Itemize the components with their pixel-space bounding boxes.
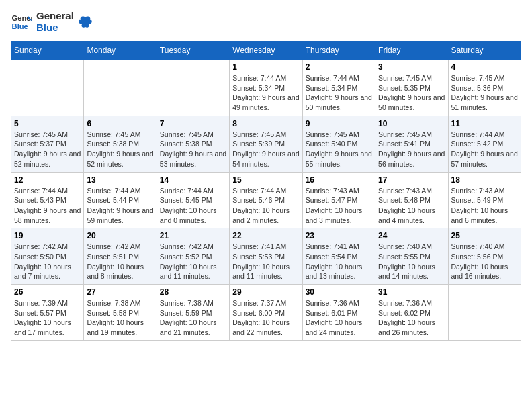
weekday-header-wednesday: Wednesday <box>230 42 302 60</box>
weekday-header-sunday: Sunday <box>11 42 84 60</box>
day-number: 23 <box>306 231 372 240</box>
day-number: 26 <box>14 287 81 297</box>
day-number: 4 <box>451 62 518 72</box>
day-info: Sunrise: 7:41 AM Sunset: 5:54 PM Dayligh… <box>306 242 372 281</box>
day-info: Sunrise: 7:44 AM Sunset: 5:34 PM Dayligh… <box>232 73 299 113</box>
day-number: 6 <box>87 119 153 128</box>
calendar-cell: 23Sunrise: 7:41 AM Sunset: 5:54 PM Dayli… <box>302 228 375 285</box>
day-number: 9 <box>306 119 372 128</box>
calendar-cell: 16Sunrise: 7:43 AM Sunset: 5:47 PM Dayli… <box>302 172 375 228</box>
day-number: 7 <box>160 119 226 128</box>
day-info: Sunrise: 7:38 AM Sunset: 5:59 PM Dayligh… <box>160 298 226 338</box>
logo: General Blue General Blue <box>11 11 93 33</box>
calendar-cell: 10Sunrise: 7:45 AM Sunset: 5:41 PM Dayli… <box>375 116 448 172</box>
calendar-week-row: 26Sunrise: 7:39 AM Sunset: 5:57 PM Dayli… <box>11 285 521 341</box>
day-info: Sunrise: 7:39 AM Sunset: 5:57 PM Dayligh… <box>14 298 81 338</box>
calendar-cell: 6Sunrise: 7:45 AM Sunset: 5:38 PM Daylig… <box>84 116 157 172</box>
day-number: 13 <box>87 175 153 185</box>
logo-general: General <box>36 11 74 22</box>
calendar-cell: 15Sunrise: 7:44 AM Sunset: 5:46 PM Dayli… <box>230 172 302 228</box>
calendar-table: SundayMondayTuesdayWednesdayThursdayFrid… <box>11 41 521 341</box>
calendar-cell: 12Sunrise: 7:44 AM Sunset: 5:43 PM Dayli… <box>11 172 84 228</box>
weekday-header-thursday: Thursday <box>302 42 375 60</box>
calendar-week-row: 12Sunrise: 7:44 AM Sunset: 5:43 PM Dayli… <box>11 172 521 228</box>
day-number: 30 <box>306 287 372 297</box>
day-info: Sunrise: 7:42 AM Sunset: 5:50 PM Dayligh… <box>14 242 81 281</box>
day-number: 21 <box>160 231 226 240</box>
calendar-cell: 30Sunrise: 7:36 AM Sunset: 6:01 PM Dayli… <box>302 285 375 341</box>
day-info: Sunrise: 7:45 AM Sunset: 5:41 PM Dayligh… <box>378 130 445 169</box>
calendar-cell: 18Sunrise: 7:43 AM Sunset: 5:49 PM Dayli… <box>448 172 521 228</box>
day-number: 12 <box>14 175 81 185</box>
day-info: Sunrise: 7:44 AM Sunset: 5:45 PM Dayligh… <box>160 186 226 226</box>
day-info: Sunrise: 7:42 AM Sunset: 5:51 PM Dayligh… <box>87 242 153 281</box>
day-info: Sunrise: 7:44 AM Sunset: 5:43 PM Dayligh… <box>14 186 81 226</box>
day-number: 29 <box>232 287 299 297</box>
day-info: Sunrise: 7:43 AM Sunset: 5:47 PM Dayligh… <box>306 186 372 226</box>
day-info: Sunrise: 7:45 AM Sunset: 5:38 PM Dayligh… <box>87 130 153 169</box>
day-number: 10 <box>378 119 445 128</box>
day-info: Sunrise: 7:40 AM Sunset: 5:56 PM Dayligh… <box>451 242 518 281</box>
day-number: 24 <box>378 231 445 240</box>
page-header: General Blue General Blue <box>11 11 521 33</box>
calendar-cell: 26Sunrise: 7:39 AM Sunset: 5:57 PM Dayli… <box>11 285 84 341</box>
day-info: Sunrise: 7:45 AM Sunset: 5:37 PM Dayligh… <box>14 130 81 169</box>
calendar-cell <box>157 60 229 116</box>
calendar-cell: 14Sunrise: 7:44 AM Sunset: 5:45 PM Dayli… <box>157 172 229 228</box>
day-number: 22 <box>232 231 299 240</box>
calendar-week-row: 1Sunrise: 7:44 AM Sunset: 5:34 PM Daylig… <box>11 60 521 116</box>
calendar-cell: 19Sunrise: 7:42 AM Sunset: 5:50 PM Dayli… <box>11 228 84 285</box>
logo-blue: Blue <box>36 22 74 34</box>
calendar-cell: 2Sunrise: 7:44 AM Sunset: 5:34 PM Daylig… <box>302 60 375 116</box>
logo-wordmark: General Blue <box>36 11 74 33</box>
calendar-cell: 29Sunrise: 7:37 AM Sunset: 6:00 PM Dayli… <box>230 285 302 341</box>
calendar-cell: 21Sunrise: 7:42 AM Sunset: 5:52 PM Dayli… <box>157 228 229 285</box>
calendar-cell: 31Sunrise: 7:36 AM Sunset: 6:02 PM Dayli… <box>375 285 448 341</box>
day-number: 2 <box>306 62 372 72</box>
day-info: Sunrise: 7:45 AM Sunset: 5:36 PM Dayligh… <box>451 73 518 113</box>
weekday-header-saturday: Saturday <box>448 42 521 60</box>
weekday-header-monday: Monday <box>84 42 157 60</box>
day-info: Sunrise: 7:41 AM Sunset: 5:53 PM Dayligh… <box>232 242 299 281</box>
calendar-cell: 28Sunrise: 7:38 AM Sunset: 5:59 PM Dayli… <box>157 285 229 341</box>
calendar-cell: 22Sunrise: 7:41 AM Sunset: 5:53 PM Dayli… <box>230 228 302 285</box>
day-info: Sunrise: 7:44 AM Sunset: 5:34 PM Dayligh… <box>306 73 372 113</box>
weekday-header-tuesday: Tuesday <box>157 42 229 60</box>
day-number: 20 <box>87 231 153 240</box>
calendar-cell: 11Sunrise: 7:44 AM Sunset: 5:42 PM Dayli… <box>448 116 521 172</box>
day-info: Sunrise: 7:44 AM Sunset: 5:46 PM Dayligh… <box>232 186 299 226</box>
day-info: Sunrise: 7:45 AM Sunset: 5:38 PM Dayligh… <box>160 130 226 169</box>
calendar-cell: 25Sunrise: 7:40 AM Sunset: 5:56 PM Dayli… <box>448 228 521 285</box>
day-number: 17 <box>378 175 445 185</box>
calendar-cell <box>11 60 84 116</box>
logo-bird-icon <box>78 15 93 30</box>
day-info: Sunrise: 7:40 AM Sunset: 5:55 PM Dayligh… <box>378 242 445 281</box>
calendar-cell: 27Sunrise: 7:38 AM Sunset: 5:58 PM Dayli… <box>84 285 157 341</box>
calendar-cell <box>448 285 521 341</box>
day-info: Sunrise: 7:38 AM Sunset: 5:58 PM Dayligh… <box>87 298 153 338</box>
day-info: Sunrise: 7:45 AM Sunset: 5:39 PM Dayligh… <box>232 130 299 169</box>
weekday-header-friday: Friday <box>375 42 448 60</box>
day-info: Sunrise: 7:44 AM Sunset: 5:44 PM Dayligh… <box>87 186 153 226</box>
calendar-cell: 13Sunrise: 7:44 AM Sunset: 5:44 PM Dayli… <box>84 172 157 228</box>
day-number: 5 <box>14 119 81 128</box>
calendar-week-row: 19Sunrise: 7:42 AM Sunset: 5:50 PM Dayli… <box>11 228 521 285</box>
logo-icon: General Blue <box>11 11 32 33</box>
day-number: 18 <box>451 175 518 185</box>
day-number: 3 <box>378 62 445 72</box>
day-number: 31 <box>378 287 445 297</box>
day-number: 8 <box>232 119 299 128</box>
day-info: Sunrise: 7:45 AM Sunset: 5:35 PM Dayligh… <box>378 73 445 113</box>
weekday-header-row: SundayMondayTuesdayWednesdayThursdayFrid… <box>11 42 521 60</box>
svg-text:Blue: Blue <box>12 21 28 30</box>
day-info: Sunrise: 7:36 AM Sunset: 6:01 PM Dayligh… <box>306 298 372 338</box>
calendar-cell: 7Sunrise: 7:45 AM Sunset: 5:38 PM Daylig… <box>157 116 229 172</box>
day-number: 27 <box>87 287 153 297</box>
day-number: 19 <box>14 231 81 240</box>
day-info: Sunrise: 7:42 AM Sunset: 5:52 PM Dayligh… <box>160 242 226 281</box>
calendar-cell: 17Sunrise: 7:43 AM Sunset: 5:48 PM Dayli… <box>375 172 448 228</box>
day-info: Sunrise: 7:43 AM Sunset: 5:49 PM Dayligh… <box>451 186 518 226</box>
day-info: Sunrise: 7:36 AM Sunset: 6:02 PM Dayligh… <box>378 298 445 338</box>
day-number: 16 <box>306 175 372 185</box>
calendar-cell: 24Sunrise: 7:40 AM Sunset: 5:55 PM Dayli… <box>375 228 448 285</box>
